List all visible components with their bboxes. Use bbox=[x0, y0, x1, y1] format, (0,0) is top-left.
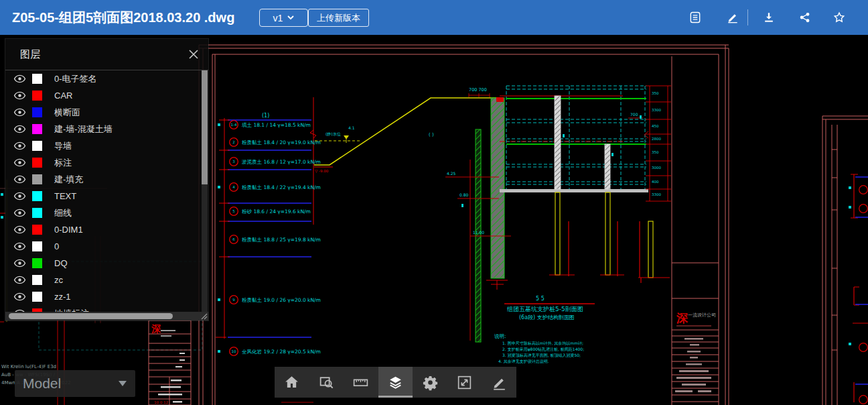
layer-color-swatch bbox=[32, 124, 42, 134]
visibility-eye-icon[interactable] bbox=[13, 108, 26, 117]
layer-color-swatch bbox=[32, 241, 42, 251]
layer-name: 标注 bbox=[54, 157, 72, 169]
share-icon[interactable] bbox=[798, 11, 812, 24]
layer-color-swatch bbox=[32, 258, 42, 268]
header-separator bbox=[747, 9, 748, 25]
layer-name: 建-填充 bbox=[54, 174, 83, 186]
horizontal-scrollbar-thumb[interactable] bbox=[9, 313, 173, 319]
layer-row[interactable]: 地墙标注 bbox=[5, 305, 208, 312]
svg-text:填土 18.1 / 14 γ=18.5: 填土 18.1 / 14 γ=18.5 kN/m bbox=[241, 122, 311, 128]
vertical-scrollbar-thumb[interactable] bbox=[202, 70, 208, 184]
visibility-eye-icon[interactable] bbox=[13, 91, 26, 100]
svg-text:5: 5 bbox=[232, 209, 235, 213]
document-info-icon[interactable] bbox=[689, 11, 702, 24]
svg-text:700: 700 bbox=[630, 112, 638, 117]
svg-text:3: 3 bbox=[232, 160, 235, 164]
visibility-eye-icon[interactable] bbox=[13, 158, 26, 167]
vertical-scrollbar[interactable] bbox=[202, 70, 208, 312]
toolbar-settings-button[interactable] bbox=[413, 367, 447, 398]
layer-row[interactable]: zz-1 bbox=[5, 288, 208, 305]
svg-text:全风化岩 19.2 / 28 γ=20.5 kN: 全风化岩 19.2 / 28 γ=20.5 kN/m bbox=[242, 349, 321, 355]
layer-row[interactable]: 0-电子签名 bbox=[5, 70, 208, 87]
home-icon bbox=[283, 374, 300, 391]
chevron-down-icon bbox=[287, 15, 294, 20]
layer-name: zc bbox=[54, 275, 63, 285]
layer-row[interactable]: 导墙 bbox=[5, 137, 208, 154]
visibility-eye-icon[interactable] bbox=[13, 276, 26, 284]
favorite-star-icon[interactable] bbox=[833, 11, 846, 24]
svg-text:(6a段) 支护结构剖面图: (6a段) 支护结构剖面图 bbox=[519, 314, 575, 321]
layer-name: 建-墙-混凝土墙 bbox=[54, 123, 113, 135]
layer-color-swatch bbox=[32, 292, 42, 302]
horizontal-scrollbar[interactable] bbox=[5, 312, 208, 321]
layer-row[interactable]: zc bbox=[5, 272, 208, 288]
toolbar-home-button[interactable] bbox=[275, 367, 309, 398]
layer-color-swatch bbox=[32, 141, 42, 151]
visibility-eye-icon[interactable] bbox=[13, 125, 26, 133]
visibility-eye-icon[interactable] bbox=[13, 225, 26, 234]
visibility-eye-icon[interactable] bbox=[13, 292, 26, 301]
toolbar-annotate-button[interactable] bbox=[482, 367, 516, 398]
file-title: Z05-05-组团5剖面图2018.03.20 .dwg bbox=[12, 0, 234, 35]
svg-text:3000: 3000 bbox=[652, 166, 661, 170]
version-dropdown[interactable]: v1 bbox=[259, 9, 308, 27]
layer-row[interactable]: DQ bbox=[5, 255, 208, 272]
ground-profile: (静)水位 4.1 ( ) ▽ -9.00 bbox=[314, 98, 500, 173]
layer-row[interactable]: 细线 bbox=[5, 205, 208, 221]
viewer-toolbar bbox=[275, 367, 516, 398]
ruler-icon bbox=[352, 374, 369, 391]
dropdown-caret-icon bbox=[119, 381, 127, 386]
layers-panel: 图层 0-电子签名 CAR 横断面 建-墙-混凝土墙 导墙 bbox=[5, 39, 208, 321]
layer-row[interactable]: 建-墙-混凝土墙 bbox=[5, 121, 208, 137]
toolbar-fullscreen-button[interactable] bbox=[447, 367, 482, 398]
visibility-eye-icon[interactable] bbox=[13, 209, 26, 217]
layer-name: DQ bbox=[54, 258, 68, 268]
layer-name: CAR bbox=[54, 91, 72, 101]
layer-row[interactable]: TEXT bbox=[5, 188, 208, 205]
svg-text:4: 4 bbox=[232, 185, 235, 189]
layer-name: 0-电子签名 bbox=[54, 73, 97, 85]
svg-text:5 5: 5 5 bbox=[536, 296, 545, 302]
model-selector-label: Model bbox=[15, 375, 61, 392]
visibility-eye-icon[interactable] bbox=[13, 242, 26, 251]
layer-list: 0-电子签名 CAR 横断面 建-墙-混凝土墙 导墙 标注 bbox=[5, 70, 208, 312]
panel-resize-handle[interactable] bbox=[200, 312, 208, 321]
layer-name: 0 bbox=[54, 241, 59, 251]
svg-text:组团五基坑支护桩5-5剖面图: 组团五基坑支护桩5-5剖面图 bbox=[507, 306, 583, 312]
general-notes: 说明: 1. 图中尺寸除标高以m计外, 其余均以mm计; 2. 支护桩采用φ80… bbox=[494, 333, 584, 364]
layer-row[interactable]: 横断面 bbox=[5, 104, 208, 121]
model-selector[interactable]: Model bbox=[15, 370, 135, 397]
svg-text:4. 其余详见支护设计总说明.: 4. 其余详见支护设计总说明. bbox=[498, 359, 549, 364]
svg-text:9: 9 bbox=[232, 298, 235, 302]
layer-row[interactable]: 建-填充 bbox=[5, 171, 208, 188]
layer-color-swatch bbox=[32, 208, 42, 218]
svg-text:粉质黏土 19.0 / 26 γ=20.0 kN: 粉质黏土 19.0 / 26 γ=20.0 kN/m bbox=[242, 297, 321, 303]
svg-text:说明:: 说明: bbox=[494, 333, 506, 339]
visibility-eye-icon[interactable] bbox=[13, 175, 26, 184]
visibility-eye-icon[interactable] bbox=[13, 74, 26, 83]
close-icon[interactable] bbox=[188, 49, 199, 60]
layer-color-swatch bbox=[32, 275, 42, 285]
upload-new-version-button[interactable]: 上传新版本 bbox=[308, 9, 369, 27]
svg-text:2: 2 bbox=[232, 140, 235, 144]
toolbar-measure-button[interactable] bbox=[344, 367, 378, 398]
layer-color-swatch bbox=[32, 107, 42, 117]
layer-color-swatch bbox=[32, 91, 42, 101]
visibility-eye-icon[interactable] bbox=[13, 259, 26, 268]
layer-row[interactable]: 标注 bbox=[5, 154, 208, 171]
visibility-eye-icon[interactable] bbox=[13, 141, 26, 150]
svg-text:一流设计公司: 一流设计公司 bbox=[688, 312, 716, 318]
layer-row[interactable]: CAR bbox=[5, 87, 208, 104]
download-icon[interactable] bbox=[762, 11, 776, 24]
toolbar-layers-button[interactable] bbox=[378, 367, 413, 398]
toolbar-zoom-window-button[interactable] bbox=[309, 367, 344, 398]
layers-icon bbox=[387, 374, 404, 391]
visibility-eye-icon[interactable] bbox=[13, 192, 26, 200]
layer-row[interactable]: 0-DIM1 bbox=[5, 221, 208, 238]
layer-name: 横断面 bbox=[54, 107, 80, 119]
svg-text:(静)水位: (静)水位 bbox=[326, 131, 341, 136]
svg-text:400: 400 bbox=[652, 180, 659, 184]
annotate-pen-icon[interactable] bbox=[726, 11, 739, 24]
layer-row[interactable]: 0 bbox=[5, 238, 208, 255]
diaphragm-wall: 4.25 0.80 11.00 bbox=[445, 97, 511, 342]
